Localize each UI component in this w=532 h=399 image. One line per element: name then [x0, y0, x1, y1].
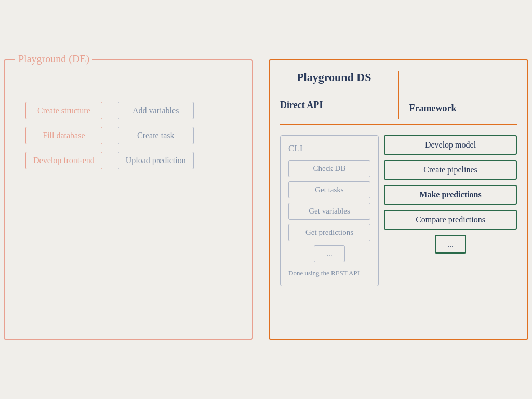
playground-ds-title: Playground DS [280, 71, 388, 89]
ds-top-row: Playground DS Direct API Framework [280, 71, 517, 125]
playground-de-title: Playground (DE) [15, 53, 92, 65]
playground-ds-box: Playground DS Direct API Framework CLI C… [269, 59, 528, 340]
de-item-fill-database: Fill database [25, 127, 102, 144]
de-col-left: Create structure Fill database Develop f… [25, 102, 102, 169]
de-col-right: Add variables Create task Upload predict… [118, 102, 194, 169]
main-container: Playground (DE) Create structure Fill da… [0, 49, 532, 350]
ds-framework-label: Framework [409, 98, 517, 119]
de-item-upload-prediction: Upload prediction [118, 152, 194, 169]
framework-item-dots: ... [435, 235, 466, 254]
cli-item-get-predictions: Get predictions [288, 224, 370, 241]
playground-de-box: Playground (DE) Create structure Fill da… [4, 59, 253, 340]
cli-title: CLI [288, 143, 370, 154]
de-item-create-structure: Create structure [25, 102, 102, 119]
de-items-grid: Create structure Fill database Develop f… [15, 102, 242, 169]
cli-item-get-variables: Get variables [288, 203, 370, 220]
ds-bottom-row: CLI Check DB Get tasks Get variables Get… [280, 130, 517, 286]
framework-item-develop-model: Develop model [384, 135, 517, 155]
framework-item-make-predictions: Make predictions [384, 185, 517, 205]
cli-item-get-tasks: Get tasks [288, 181, 370, 198]
cli-footer: Done using the REST API [288, 269, 370, 278]
de-item-develop-frontend: Develop front-end [25, 152, 102, 169]
ds-top-right: Framework [399, 71, 517, 119]
framework-col: Develop model Create pipelines Make pred… [384, 130, 517, 286]
cli-item-dots: ... [314, 245, 345, 262]
framework-item-compare-predictions: Compare predictions [384, 210, 517, 230]
cli-box: CLI Check DB Get tasks Get variables Get… [280, 135, 379, 286]
playground-de-text: Playground [18, 53, 69, 64]
de-item-add-variables: Add variables [118, 102, 194, 119]
ds-direct-api-label: Direct API [280, 95, 388, 116]
playground-de-highlight: (DE) [69, 53, 89, 64]
framework-item-create-pipelines: Create pipelines [384, 160, 517, 180]
de-item-create-task: Create task [118, 127, 194, 144]
cli-item-check-db: Check DB [288, 160, 370, 177]
ds-top-left: Playground DS Direct API [280, 71, 399, 119]
